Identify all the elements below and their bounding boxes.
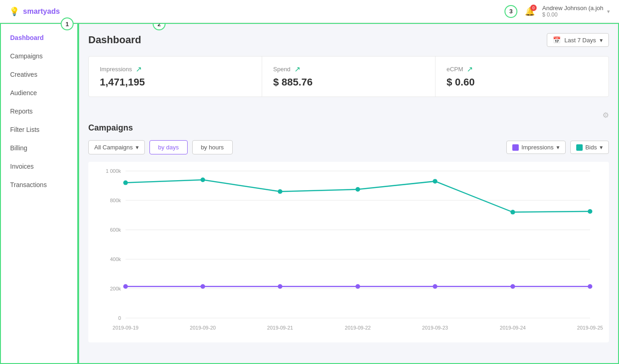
bids-legend-chevron-icon: ▾ (600, 144, 603, 151)
y-label-800k: 800k (110, 198, 121, 203)
sidebar-item-reports[interactable]: Reports (1, 102, 77, 120)
user-chevron-icon: ▾ (607, 8, 610, 15)
purple-dot-5 (510, 284, 515, 289)
header: 💡 smartyads 3 🔔 0 Andrew Johnson (a.joh … (0, 0, 619, 23)
legend-bids-button[interactable]: Bids ▾ (570, 141, 609, 154)
x-label-1: 2019-09-20 (190, 325, 216, 330)
filter-left: All Campaigns ▾ by days by hours (88, 140, 233, 154)
notification-wrap[interactable]: 🔔 0 (525, 6, 535, 17)
teal-dot-3 (355, 187, 360, 192)
sidebar-item-campaigns[interactable]: Campaigns (1, 47, 77, 65)
page-title: Dashboard (88, 34, 141, 46)
calendar-icon: 📅 (553, 36, 561, 44)
header-right: 3 🔔 0 Andrew Johnson (a.joh $ 0.00 ▾ (504, 5, 610, 18)
teal-dot-5 (510, 210, 515, 215)
stats-row: Impressions ↗ 1,471,195 Spend ↗ $ 885.76… (88, 56, 609, 97)
chart-svg: 1 000k 800k 600k 400k 200k 0 2019-09-19 … (88, 166, 604, 336)
y-label-600k: 600k (110, 227, 121, 233)
x-label-3: 2019-09-22 (345, 325, 371, 330)
purple-dot-2 (278, 284, 282, 289)
stat-card-spend: Spend ↗ $ 885.76 (262, 57, 436, 97)
stat-ecpm-value: $ 0.60 (447, 76, 597, 88)
ecpm-trend-icon: ↗ (467, 65, 473, 74)
campaigns-title: Campaigns (88, 123, 609, 133)
sidebar-item-billing[interactable]: Billing (1, 139, 77, 157)
tab-by-hours[interactable]: by hours (192, 140, 233, 154)
sidebar-item-transactions[interactable]: Transactions (1, 176, 77, 194)
spend-trend-icon: ↗ (294, 65, 300, 74)
x-label-2: 2019-09-21 (267, 325, 293, 330)
x-label-5: 2019-09-24 (500, 325, 526, 330)
date-filter-chevron-icon: ▾ (600, 37, 603, 44)
stat-spend-value: $ 885.76 (273, 76, 424, 88)
teal-dot-0 (123, 181, 128, 185)
main-content: 2 Dashboard 📅 Last 7 Days ▾ Impressions … (78, 23, 619, 364)
app-name: smartyads (23, 7, 60, 16)
purple-dot-4 (433, 284, 437, 289)
step3-indicator: 3 (504, 5, 517, 18)
campaign-dropdown-chevron-icon: ▾ (136, 144, 139, 151)
legend-impressions-button[interactable]: Impressions ▾ (506, 141, 566, 154)
sidebar-item-creatives[interactable]: Creatives (1, 65, 77, 84)
stat-impressions-label: Impressions (100, 66, 132, 73)
purple-dot-0 (123, 284, 128, 289)
teal-dot-1 (201, 177, 205, 182)
filter-right: Impressions ▾ Bids ▾ (506, 141, 609, 154)
purple-dot-6 (588, 284, 592, 289)
y-label-200k: 200k (110, 286, 121, 291)
user-balance: $ 0.00 (542, 11, 603, 18)
logo-icon: 💡 (9, 6, 19, 17)
bids-color-dot (576, 144, 583, 151)
stat-ecpm-label: eCPM (447, 66, 463, 73)
sidebar: 1 Dashboard Campaigns Creatives Audience… (0, 23, 78, 364)
gear-icon[interactable]: ⚙ (602, 111, 609, 119)
sidebar-item-invoices[interactable]: Invoices (1, 157, 77, 176)
dashboard-header: Dashboard 📅 Last 7 Days ▾ (88, 33, 609, 47)
legend-bids-label: Bids (585, 144, 597, 151)
stat-card-impressions: Impressions ↗ 1,471,195 (89, 57, 262, 97)
user-info[interactable]: Andrew Johnson (a.joh $ 0.00 ▾ (542, 5, 610, 18)
x-label-4: 2019-09-23 (422, 325, 448, 330)
x-label-6: 2019-09-25 (577, 325, 603, 330)
layout: 1 Dashboard Campaigns Creatives Audience… (0, 23, 619, 364)
logo: 💡 smartyads (9, 6, 60, 17)
legend-impressions-label: Impressions (522, 144, 554, 151)
impressions-trend-icon: ↗ (136, 65, 142, 74)
campaigns-section: ⚙ Campaigns All Campaigns ▾ by days by h… (88, 111, 609, 342)
notification-badge: 0 (530, 5, 537, 11)
step1-indicator: 1 (61, 17, 74, 30)
y-label-0: 0 (118, 315, 121, 321)
sidebar-item-audience[interactable]: Audience (1, 84, 77, 102)
teal-line (126, 180, 590, 212)
x-label-0: 2019-09-19 (113, 325, 138, 330)
sidebar-item-dashboard[interactable]: Dashboard (1, 28, 77, 47)
teal-dot-4 (433, 179, 437, 183)
stat-card-ecpm: eCPM ↗ $ 0.60 (436, 57, 608, 97)
date-filter-button[interactable]: 📅 Last 7 Days ▾ (547, 33, 609, 47)
stat-spend-label: Spend (273, 66, 291, 73)
date-filter-label: Last 7 Days (564, 37, 596, 44)
chart-container: 1 000k 800k 600k 400k 200k 0 2019-09-19 … (88, 162, 609, 342)
sidebar-item-filter-lists[interactable]: Filter Lists (1, 120, 77, 139)
filter-row: All Campaigns ▾ by days by hours Impress… (88, 140, 609, 154)
impressions-color-dot (512, 144, 519, 151)
campaign-dropdown[interactable]: All Campaigns ▾ (88, 140, 145, 154)
step2-indicator: 2 (153, 23, 166, 30)
user-details: Andrew Johnson (a.joh $ 0.00 (542, 5, 603, 18)
purple-dot-3 (355, 284, 360, 289)
campaign-dropdown-label: All Campaigns (94, 144, 133, 151)
purple-dot-1 (201, 284, 205, 289)
impressions-legend-chevron-icon: ▾ (556, 144, 560, 151)
y-label-400k: 400k (110, 256, 121, 262)
teal-dot-2 (278, 189, 282, 194)
teal-dot-6 (588, 209, 592, 214)
user-name: Andrew Johnson (a.joh (542, 5, 603, 11)
stat-impressions-value: 1,471,195 (100, 76, 251, 88)
tab-by-days[interactable]: by days (149, 140, 188, 154)
y-label-1000k: 1 000k (106, 168, 121, 174)
